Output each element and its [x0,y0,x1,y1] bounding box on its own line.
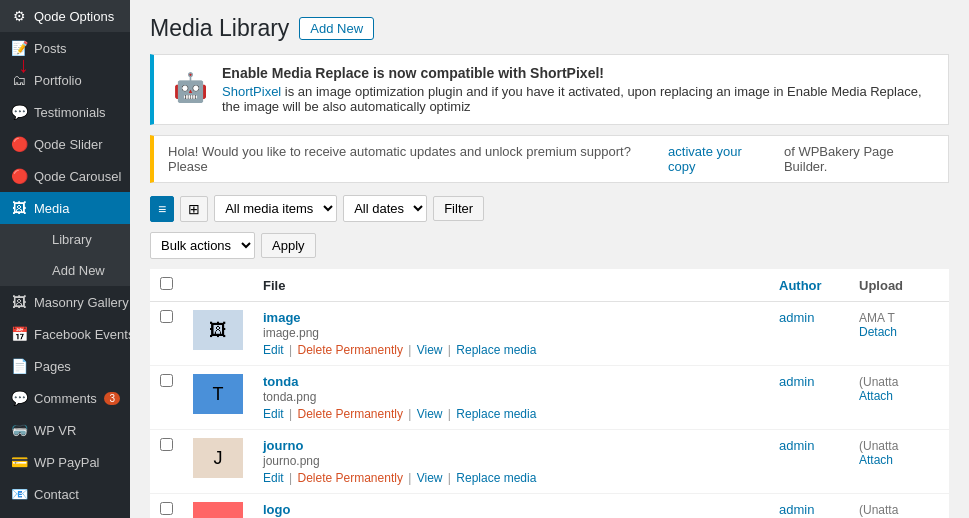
row-checkbox-cell [150,430,183,494]
list-view-button[interactable]: ≡ [150,196,174,222]
sidebar-item-add-new[interactable]: Add New [0,255,130,286]
bulk-actions-row: Bulk actions Apply [150,232,949,259]
header-spacer-col [736,269,769,302]
view-link[interactable]: View [417,407,443,421]
sidebar-item-label: Qode Slider [34,137,103,152]
thumb-cell: J [183,430,253,494]
media-title: logo [263,502,726,517]
wpbakery-text-before: Hola! Would you like to receive automati… [168,144,652,174]
shortpixel-link[interactable]: ShortPixel [222,84,281,99]
author-cell: admin [769,366,849,430]
header-thumb-col [183,269,253,302]
sidebar-item-wp-paypal[interactable]: 💳WP PayPal [0,446,130,478]
sidebar-item-media[interactable]: 🖼Media [0,192,130,224]
sidebar-item-qode-options[interactable]: ⚙Qode Options [0,0,130,32]
shortpixel-notice-body: ShortPixel is an image optimization plug… [222,84,934,114]
thumb-cell: T [183,366,253,430]
comments-icon: 💬 [10,390,28,406]
media-title-link[interactable]: journo [263,438,303,453]
sidebar-item-comments[interactable]: 💬Comments3 [0,382,130,414]
upload-cell: (Unatta Attach [849,366,949,430]
edit-link[interactable]: Edit [263,343,284,357]
pages-icon: 📄 [10,358,28,374]
media-thumbnail: ● [193,502,243,518]
dates-filter-select[interactable]: All dates [343,195,427,222]
author-link[interactable]: admin [779,438,814,453]
row-checkbox-cell [150,302,183,366]
delete-link[interactable]: Delete Permanently [298,407,403,421]
attach-link[interactable]: Attach [859,453,939,467]
sidebar-item-contact[interactable]: 📧Contact [0,478,130,510]
delete-link[interactable]: Delete Permanently [298,471,403,485]
sidebar-item-label: Contact [34,487,79,502]
replace-media-link[interactable]: Replace media [456,471,536,485]
row-checkbox-cell [150,366,183,430]
replace-media-link[interactable]: Replace media [456,343,536,357]
edit-link[interactable]: Edit [263,471,284,485]
qode-options-icon: ⚙ [10,8,28,24]
sidebar-item-label: Media [34,201,69,216]
media-actions: Edit | Delete Permanently | View | Repla… [263,343,726,357]
spacer-cell [736,366,769,430]
media-title: journo [263,438,726,453]
sidebar-item-testimonials[interactable]: 💬Testimonials [0,96,130,128]
file-cell: logo [253,494,736,519]
contact-icon: 📧 [10,486,28,502]
spacer-cell [736,302,769,366]
row-checkbox-cell [150,494,183,519]
wpbakery-notice: Hola! Would you like to receive automati… [150,135,949,183]
media-title-link[interactable]: tonda [263,374,298,389]
apply-button[interactable]: Apply [261,233,316,258]
thumb-cell: 🖼 [183,302,253,366]
select-all-checkbox[interactable] [160,277,173,290]
table-row: 🖼 image image.png Edit | Delete Permanen… [150,302,949,366]
row-checkbox[interactable] [160,374,173,387]
media-filter-select[interactable]: All media items [214,195,337,222]
main-content: Media Library Add New 🤖 Enable Media Rep… [130,0,969,518]
author-link[interactable]: admin [779,374,814,389]
sidebar-item-facebook-events[interactable]: 📅Facebook Events [0,318,130,350]
sidebar-item-label: Qode Options [34,9,114,24]
sidebar-item-library[interactable]: Library [0,224,130,255]
view-link[interactable]: View [417,343,443,357]
table-row: T tonda tonda.png Edit | Delete Permanen… [150,366,949,430]
sidebar-item-facebook-import[interactable]: 📘Facebook Import [0,510,130,518]
sidebar-item-label: Comments [34,391,97,406]
sidebar-item-masonry-gallery[interactable]: 🖼Masonry Gallery [0,286,130,318]
sidebar-item-qode-carousel[interactable]: 🔴Qode Carousel [0,160,130,192]
header-author-col: Author [769,269,849,302]
sidebar-item-wp-vr[interactable]: 🥽WP VR [0,414,130,446]
testimonials-icon: 💬 [10,104,28,120]
replace-media-link[interactable]: Replace media [456,407,536,421]
media-title-link[interactable]: logo [263,502,290,517]
media-title-link[interactable]: image [263,310,301,325]
badge-comments: 3 [104,392,120,405]
sidebar-item-qode-slider[interactable]: 🔴Qode Slider [0,128,130,160]
sidebar-item-label: Masonry Gallery [34,295,129,310]
sidebar-item-label: Portfolio [34,73,82,88]
view-link[interactable]: View [417,471,443,485]
table-row: ● logo admin (Unatta Attach [150,494,949,519]
author-link[interactable]: admin [779,310,814,325]
filter-button[interactable]: Filter [433,196,484,221]
sidebar-item-label: Facebook Events [34,327,130,342]
sidebar-item-pages[interactable]: 📄Pages [0,350,130,382]
page-header: Media Library Add New [150,15,949,42]
attach-link[interactable]: Detach [859,325,939,339]
attach-link[interactable]: Attach [859,389,939,403]
wpbakery-activate-link[interactable]: activate your copy [668,144,768,174]
media-actions: Edit | Delete Permanently | View | Repla… [263,471,726,485]
delete-link[interactable]: Delete Permanently [298,343,403,357]
author-link[interactable]: admin [779,502,814,517]
row-checkbox[interactable] [160,438,173,451]
add-new-button[interactable]: Add New [299,17,374,40]
media-filename: journo.png [263,454,726,468]
media-thumbnail: 🖼 [193,310,243,350]
row-checkbox[interactable] [160,502,173,515]
edit-link[interactable]: Edit [263,407,284,421]
grid-view-button[interactable]: ⊞ [180,196,208,222]
sidebar-item-label: Posts [34,41,67,56]
bulk-actions-select[interactable]: Bulk actions [150,232,255,259]
qode-carousel-icon: 🔴 [10,168,28,184]
row-checkbox[interactable] [160,310,173,323]
